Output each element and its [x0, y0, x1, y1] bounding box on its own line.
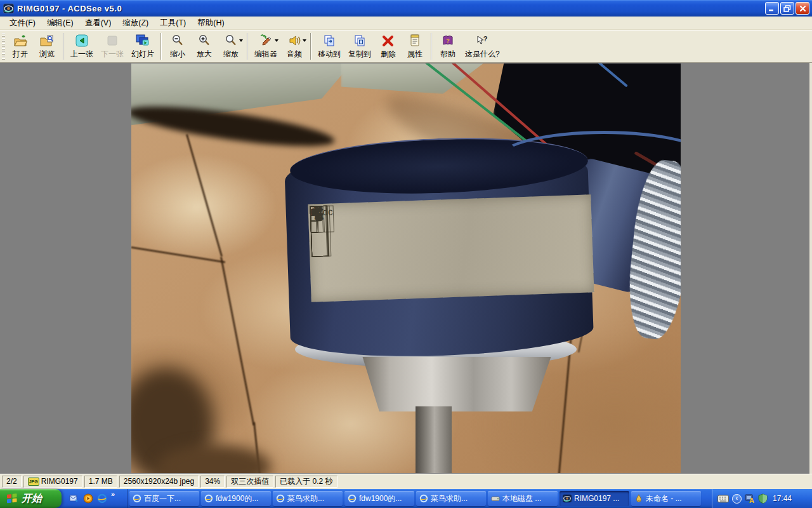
dropdown-caret-icon[interactable] [275, 39, 278, 42]
paint-icon [634, 494, 643, 503]
properties-button[interactable]: 属性 [402, 31, 428, 62]
encoder-shaft [416, 406, 452, 473]
task-cainiao-2[interactable]: 菜鸟求助... [416, 491, 486, 506]
audio-button[interactable]: 音频 [281, 31, 308, 62]
outlook-express-icon[interactable] [69, 493, 79, 504]
whats-this-button[interactable]: ? 这是什么? [461, 31, 504, 62]
antivirus-shield-tray-icon[interactable] [758, 493, 768, 504]
menu-file[interactable]: 文件(F) [4, 17, 41, 29]
help-book-icon: ? [442, 34, 454, 48]
next-arrow-icon [106, 34, 119, 48]
input-method-tray-icon[interactable]: A [745, 494, 755, 504]
dropdown-caret-icon[interactable] [239, 39, 243, 42]
toolbar-grip[interactable] [2, 33, 5, 60]
acdsee-eye-icon [563, 494, 572, 503]
zoom-out-icon [171, 34, 184, 48]
editor-button[interactable]: 编辑器 [251, 31, 281, 62]
encoder-pinout-table: 1 2 3 4 5 6 7 8 9 10 11 12 0V [310, 196, 593, 300]
restore-button[interactable] [780, 2, 794, 15]
status-filesize: 1.7 MB [84, 476, 117, 488]
status-bar: 2/2 JPG RIMG0197 1.7 MB 2560x1920x24b jp… [0, 474, 812, 489]
menu-bar: 文件(F) 编辑(E) 查看(V) 缩放(Z) 工具(T) 帮助(H) [0, 17, 812, 30]
menu-help[interactable]: 帮助(H) [192, 17, 230, 29]
task-rimg0197-acdsee[interactable]: RIMG0197 ... [560, 491, 629, 506]
svg-text:?: ? [446, 37, 450, 44]
internet-explorer-icon [204, 494, 213, 503]
task-cainiao-1[interactable]: 菜鸟求助... [273, 491, 343, 506]
audio-speaker-icon [288, 34, 301, 48]
browse-folder-icon [40, 34, 54, 48]
media-player-icon[interactable] [83, 493, 93, 504]
task-baidu[interactable]: 百度一下... [129, 491, 199, 506]
acdsee-eye-icon [3, 3, 14, 14]
toolbar-separator [247, 33, 248, 60]
zoom-icon [225, 34, 237, 48]
task-fdw1900-1[interactable]: fdw1900的... [201, 491, 271, 506]
hide-tray-icons-chevron[interactable]: ‹ [732, 494, 742, 504]
start-label: 开始 [22, 492, 42, 505]
menu-view[interactable]: 查看(V) [79, 17, 117, 29]
jpg-file-icon: JPG [28, 478, 39, 486]
browse-button[interactable]: 浏览 [34, 31, 60, 62]
photo-canvas[interactable]: 1 2 3 4 5 6 7 8 9 10 11 12 0V [131, 64, 681, 473]
svg-text:A: A [749, 497, 754, 504]
menu-zoom[interactable]: 缩放(Z) [117, 17, 154, 29]
delete-button[interactable]: 删除 [375, 31, 402, 62]
minimize-button[interactable] [765, 2, 779, 15]
start-button[interactable]: 开始 [0, 489, 62, 508]
encoder-flange [352, 357, 561, 411]
internet-explorer-icon [348, 494, 357, 503]
task-untitled-paint[interactable]: 未命名 - ... [631, 491, 701, 506]
keyboard-icon[interactable] [717, 495, 729, 503]
disk-drive-icon [491, 494, 500, 503]
quick-launch-bar: » [67, 489, 128, 508]
zoom-button[interactable]: 缩放 [218, 31, 244, 62]
windows-logo-icon [6, 492, 18, 505]
status-load-time: 已载入于 0.2 秒 [275, 476, 337, 488]
image-viewer-area: 1 2 3 4 5 6 7 8 9 10 11 12 0V [0, 63, 812, 474]
slideshow-button[interactable]: 幻灯片 [128, 31, 158, 62]
quick-launch-overflow-chevron[interactable]: » [111, 490, 115, 498]
acdsee-window: RIMG0197 - ACDSee v5.0 文件(F) 编辑(E) 查看(V)… [0, 0, 812, 508]
help-button[interactable]: ? 帮助 [435, 31, 461, 62]
move-to-button[interactable]: 移动到 [314, 31, 344, 62]
system-tray: ‹ A 17:44 [712, 489, 812, 508]
copy-to-icon [353, 34, 366, 48]
previous-image-button[interactable]: 上一张 [67, 31, 97, 62]
status-position: 2/2 [2, 476, 22, 488]
task-fdw1900-2[interactable]: fdw1900的... [344, 491, 414, 506]
copy-to-button[interactable]: 复制到 [344, 31, 375, 62]
delete-x-icon [382, 34, 395, 48]
next-image-button[interactable]: 下一张 [97, 31, 128, 62]
zoom-in-button[interactable]: 放大 [191, 31, 218, 62]
move-to-icon [323, 34, 336, 48]
title-bar: RIMG0197 - ACDSee v5.0 [0, 0, 812, 17]
zoom-out-button[interactable]: 缩小 [164, 31, 191, 62]
task-local-disk[interactable]: 本地磁盘 ... [488, 491, 558, 506]
toolbar: 打开 浏览 上一张 [0, 30, 812, 63]
internet-explorer-icon[interactable] [97, 493, 107, 504]
status-interpolation: 双三次插值 [226, 476, 273, 488]
status-filename-cell: JPG RIMG0197 [23, 476, 82, 488]
internet-explorer-icon [419, 494, 428, 503]
slideshow-icon [135, 34, 150, 48]
internet-explorer-icon [276, 494, 285, 503]
toolbar-separator [63, 33, 64, 60]
taskbar: 开始 » 百度一下... [0, 489, 812, 508]
window-title: RIMG0197 - ACDSee v5.0 [17, 4, 765, 13]
encoder-label-sticker: 1 2 3 4 5 6 7 8 9 10 11 12 0V [308, 194, 594, 302]
open-folder-icon [13, 34, 27, 48]
menu-edit[interactable]: 编辑(E) [41, 17, 79, 29]
previous-arrow-icon [75, 34, 88, 48]
properties-icon [410, 34, 420, 48]
internet-explorer-icon [133, 494, 141, 503]
task-buttons: 百度一下... fdw1900的... 菜鸟求助... fdw1900的... … [128, 489, 712, 508]
dropdown-caret-icon[interactable] [303, 39, 306, 42]
tray-clock[interactable]: 17:44 [773, 494, 792, 503]
menu-tools[interactable]: 工具(T) [154, 17, 192, 29]
editor-pen-icon [259, 34, 273, 48]
close-button[interactable] [796, 2, 809, 15]
toolbar-separator [431, 33, 432, 60]
open-button[interactable]: 打开 [7, 31, 34, 62]
status-filename: RIMG0197 [41, 476, 78, 487]
